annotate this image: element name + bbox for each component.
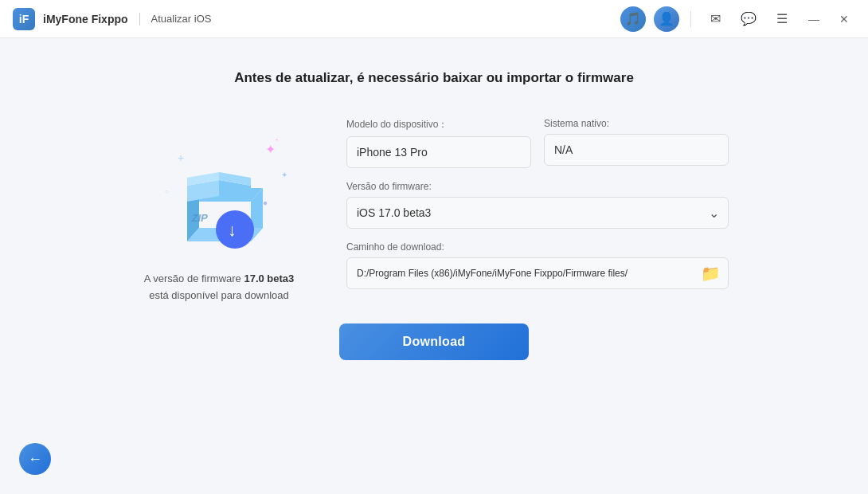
svg-text:ZIP: ZIP — [191, 212, 209, 224]
main-content: Antes de atualizar, é necessário baixar … — [0, 38, 868, 494]
back-button[interactable]: ← — [19, 443, 51, 475]
firmware-version-group: Versão do firmware: iOS 17.0 beta3 ⌄ — [346, 181, 729, 229]
download-button[interactable]: Download — [339, 323, 530, 360]
download-path-group: Caminho de download: 📁 — [346, 241, 729, 289]
download-section: Download — [115, 323, 753, 360]
download-path-input[interactable] — [346, 257, 729, 289]
device-system-row: Modelo do dispositivo： Sistema nativo: — [346, 118, 729, 168]
device-model-label: Modelo do dispositivo： — [346, 118, 531, 131]
firmware-text-prefix: A versão de firmware — [144, 272, 244, 284]
firmware-version-select[interactable]: iOS 17.0 beta3 — [346, 197, 729, 229]
menu-icon: ☰ — [776, 11, 788, 26]
music-icon: 🎵 — [625, 11, 641, 26]
svg-text:+: + — [178, 151, 184, 164]
illustration-side: ✦ ✦ + + ○ ● — [139, 118, 299, 304]
form-side: Modelo do dispositivo： Sistema nativo: V… — [346, 118, 729, 289]
title-divider — [139, 13, 140, 25]
device-model-input[interactable] — [346, 136, 531, 168]
system-native-group: Sistema nativo: — [544, 118, 729, 168]
titlebar: iF iMyFone Fixppo Atualizar iOS 🎵 👤 ✉ 💬 … — [0, 0, 868, 38]
device-model-group: Modelo do dispositivo： — [346, 118, 531, 168]
content-row: ✦ ✦ + + ○ ● — [115, 118, 753, 304]
svg-text:+: + — [275, 136, 279, 143]
svg-text:↓: ↓ — [228, 220, 237, 240]
firmware-select-wrapper: iOS 17.0 beta3 ⌄ — [346, 197, 729, 229]
mail-icon: ✉ — [710, 11, 721, 26]
path-input-wrapper: 📁 — [346, 257, 729, 289]
title-section: Atualizar iOS — [151, 13, 212, 25]
svg-text:✦: ✦ — [265, 143, 276, 156]
svg-text:●: ● — [263, 198, 268, 207]
mail-button[interactable]: ✉ — [702, 6, 728, 32]
firmware-box-illustration: ✦ ✦ + + ○ ● — [147, 118, 291, 261]
firmware-text-suffix: está disponível para download — [149, 289, 289, 301]
folder-icon: 📁 — [701, 264, 721, 283]
app-name: iMyFone Fixppo — [43, 13, 128, 25]
minimize-icon: — — [808, 13, 819, 25]
back-arrow-icon: ← — [28, 451, 42, 468]
firmware-version-label: Versão do firmware: — [346, 181, 729, 192]
download-path-label: Caminho de download: — [346, 241, 729, 253]
user-icon: 👤 — [659, 11, 674, 26]
svg-text:✦: ✦ — [281, 171, 287, 179]
chat-icon: 💬 — [741, 11, 757, 26]
titlebar-right: 🎵 👤 ✉ 💬 ☰ — ✕ — [620, 6, 855, 32]
svg-text:○: ○ — [165, 188, 169, 195]
app-logo-text: iF — [19, 13, 29, 25]
menu-button[interactable]: ☰ — [769, 6, 795, 32]
page-title: Antes de atualizar, é necessário baixar … — [234, 70, 634, 86]
minimize-button[interactable]: — — [803, 8, 825, 30]
user-button[interactable]: 👤 — [654, 6, 679, 32]
music-button[interactable]: 🎵 — [620, 6, 646, 32]
app-logo: iF — [13, 8, 35, 30]
titlebar-separator — [690, 11, 691, 27]
firmware-version: 17.0 beta3 — [244, 272, 294, 284]
close-button[interactable]: ✕ — [833, 8, 855, 30]
firmware-description: A versão de firmware 17.0 beta3 está dis… — [144, 271, 295, 304]
titlebar-left: iF iMyFone Fixppo Atualizar iOS — [13, 8, 211, 30]
system-native-label: Sistema nativo: — [544, 118, 729, 129]
close-icon: ✕ — [839, 13, 849, 25]
chat-button[interactable]: 💬 — [736, 6, 761, 32]
system-native-input[interactable] — [544, 134, 729, 166]
